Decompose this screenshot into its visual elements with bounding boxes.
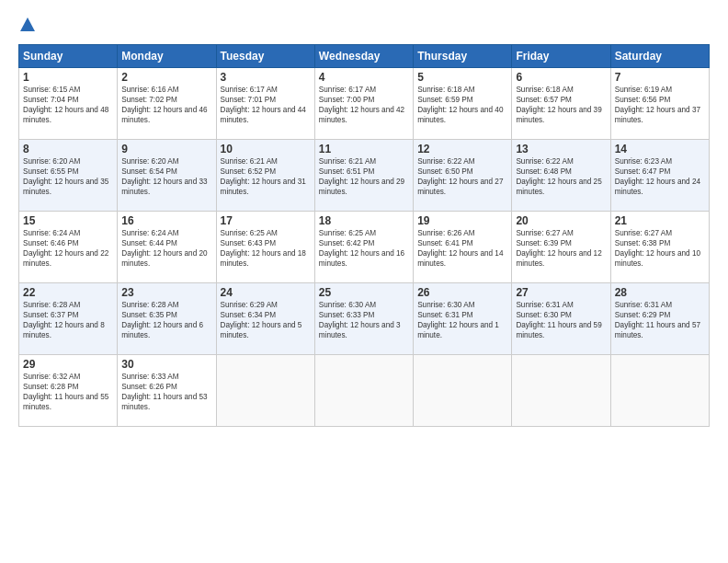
cell-text: Sunrise: 6:24 AMSunset: 6:46 PMDaylight:…: [23, 229, 108, 268]
calendar-cell: [314, 355, 413, 427]
calendar-header-row: SundayMondayTuesdayWednesdayThursdayFrid…: [19, 45, 710, 68]
day-number: 24: [221, 286, 311, 299]
calendar-week-3: 15Sunrise: 6:24 AMSunset: 6:46 PMDayligh…: [19, 212, 710, 283]
calendar-cell: 20Sunrise: 6:27 AMSunset: 6:39 PMDayligh…: [512, 212, 610, 283]
day-number: 14: [615, 143, 705, 155]
day-number: 10: [221, 143, 311, 155]
calendar-cell: 26Sunrise: 6:30 AMSunset: 6:31 PMDayligh…: [414, 283, 512, 355]
calendar-cell: 25Sunrise: 6:30 AMSunset: 6:33 PMDayligh…: [314, 283, 413, 355]
page: SundayMondayTuesdayWednesdayThursdayFrid…: [0, 0, 728, 436]
calendar-cell: 6Sunrise: 6:18 AMSunset: 6:57 PMDaylight…: [512, 68, 610, 140]
calendar-cell: [414, 355, 512, 427]
day-number: 9: [121, 143, 211, 155]
calendar-cell: 1Sunrise: 6:15 AMSunset: 7:04 PMDaylight…: [19, 68, 118, 140]
calendar-cell: 24Sunrise: 6:29 AMSunset: 6:34 PMDayligh…: [216, 283, 314, 355]
cell-text: Sunrise: 6:25 AMSunset: 6:43 PMDaylight:…: [221, 229, 306, 268]
cell-text: Sunrise: 6:27 AMSunset: 6:39 PMDaylight:…: [516, 229, 601, 268]
day-number: 23: [121, 286, 211, 299]
day-number: 3: [221, 71, 311, 84]
calendar-cell: 19Sunrise: 6:26 AMSunset: 6:41 PMDayligh…: [414, 212, 512, 283]
cell-text: Sunrise: 6:32 AMSunset: 6:28 PMDaylight:…: [23, 373, 108, 411]
cell-text: Sunrise: 6:18 AMSunset: 6:57 PMDaylight:…: [516, 86, 601, 124]
calendar-cell: 8Sunrise: 6:20 AMSunset: 6:55 PMDaylight…: [19, 140, 118, 212]
cell-text: Sunrise: 6:29 AMSunset: 6:34 PMDaylight:…: [221, 301, 302, 339]
cell-text: Sunrise: 6:21 AMSunset: 6:51 PMDaylight:…: [319, 157, 404, 196]
calendar-cell: 23Sunrise: 6:28 AMSunset: 6:35 PMDayligh…: [118, 283, 216, 355]
calendar-cell: 7Sunrise: 6:19 AMSunset: 6:56 PMDaylight…: [610, 68, 709, 140]
calendar-header-saturday: Saturday: [610, 45, 709, 68]
day-number: 15: [23, 214, 113, 227]
logo-triangle-icon: [19, 17, 36, 33]
calendar-header-friday: Friday: [512, 45, 610, 68]
cell-text: Sunrise: 6:31 AMSunset: 6:29 PMDaylight:…: [615, 301, 700, 339]
logo: [18, 17, 37, 33]
calendar-header-sunday: Sunday: [19, 45, 118, 68]
calendar-week-4: 22Sunrise: 6:28 AMSunset: 6:37 PMDayligh…: [19, 283, 710, 355]
cell-text: Sunrise: 6:30 AMSunset: 6:31 PMDaylight:…: [417, 301, 499, 339]
day-number: 26: [417, 286, 507, 299]
calendar-week-2: 8Sunrise: 6:20 AMSunset: 6:55 PMDaylight…: [19, 140, 710, 212]
calendar-cell: 18Sunrise: 6:25 AMSunset: 6:42 PMDayligh…: [314, 212, 413, 283]
calendar-cell: [610, 355, 709, 427]
calendar-cell: 14Sunrise: 6:23 AMSunset: 6:47 PMDayligh…: [610, 140, 709, 212]
calendar-cell: 2Sunrise: 6:16 AMSunset: 7:02 PMDaylight…: [118, 68, 216, 140]
calendar-header-monday: Monday: [118, 45, 216, 68]
day-number: 5: [417, 71, 507, 84]
day-number: 22: [23, 286, 113, 299]
calendar-table: SundayMondayTuesdayWednesdayThursdayFrid…: [18, 44, 710, 427]
cell-text: Sunrise: 6:21 AMSunset: 6:52 PMDaylight:…: [221, 157, 306, 196]
day-number: 6: [516, 71, 606, 84]
day-number: 19: [417, 214, 507, 227]
cell-text: Sunrise: 6:17 AMSunset: 7:00 PMDaylight:…: [319, 86, 404, 124]
calendar-cell: 3Sunrise: 6:17 AMSunset: 7:01 PMDaylight…: [216, 68, 314, 140]
day-number: 8: [23, 143, 113, 155]
cell-text: Sunrise: 6:22 AMSunset: 6:50 PMDaylight:…: [417, 157, 503, 196]
calendar-header-thursday: Thursday: [414, 45, 512, 68]
day-number: 12: [417, 143, 507, 155]
cell-text: Sunrise: 6:20 AMSunset: 6:55 PMDaylight:…: [23, 157, 108, 196]
calendar-week-1: 1Sunrise: 6:15 AMSunset: 7:04 PMDaylight…: [19, 68, 710, 140]
day-number: 2: [121, 71, 211, 84]
calendar-cell: 29Sunrise: 6:32 AMSunset: 6:28 PMDayligh…: [19, 355, 118, 427]
calendar-cell: 22Sunrise: 6:28 AMSunset: 6:37 PMDayligh…: [19, 283, 118, 355]
calendar-cell: 21Sunrise: 6:27 AMSunset: 6:38 PMDayligh…: [610, 212, 709, 283]
calendar-cell: 13Sunrise: 6:22 AMSunset: 6:48 PMDayligh…: [512, 140, 610, 212]
day-number: 27: [516, 286, 606, 299]
calendar-cell: 16Sunrise: 6:24 AMSunset: 6:44 PMDayligh…: [118, 212, 216, 283]
cell-text: Sunrise: 6:31 AMSunset: 6:30 PMDaylight:…: [516, 301, 601, 339]
calendar-cell: 28Sunrise: 6:31 AMSunset: 6:29 PMDayligh…: [610, 283, 709, 355]
day-number: 30: [121, 358, 211, 371]
cell-text: Sunrise: 6:28 AMSunset: 6:37 PMDaylight:…: [23, 301, 105, 339]
day-number: 21: [615, 214, 705, 227]
calendar-cell: 5Sunrise: 6:18 AMSunset: 6:59 PMDaylight…: [414, 68, 512, 140]
cell-text: Sunrise: 6:26 AMSunset: 6:41 PMDaylight:…: [417, 229, 503, 268]
day-number: 11: [319, 143, 409, 155]
cell-text: Sunrise: 6:24 AMSunset: 6:44 PMDaylight:…: [121, 229, 207, 268]
cell-text: Sunrise: 6:27 AMSunset: 6:38 PMDaylight:…: [615, 229, 700, 268]
calendar-header-wednesday: Wednesday: [314, 45, 413, 68]
day-number: 7: [615, 71, 705, 84]
day-number: 16: [121, 214, 211, 227]
calendar-cell: 10Sunrise: 6:21 AMSunset: 6:52 PMDayligh…: [216, 140, 314, 212]
calendar-cell: 27Sunrise: 6:31 AMSunset: 6:30 PMDayligh…: [512, 283, 610, 355]
calendar-week-5: 29Sunrise: 6:32 AMSunset: 6:28 PMDayligh…: [19, 355, 710, 427]
day-number: 13: [516, 143, 606, 155]
calendar-cell: 11Sunrise: 6:21 AMSunset: 6:51 PMDayligh…: [314, 140, 413, 212]
calendar-cell: 12Sunrise: 6:22 AMSunset: 6:50 PMDayligh…: [414, 140, 512, 212]
calendar-cell: [512, 355, 610, 427]
cell-text: Sunrise: 6:16 AMSunset: 7:02 PMDaylight:…: [121, 86, 207, 124]
day-number: 20: [516, 214, 606, 227]
cell-text: Sunrise: 6:25 AMSunset: 6:42 PMDaylight:…: [319, 229, 404, 268]
header-area: [18, 17, 710, 33]
cell-text: Sunrise: 6:33 AMSunset: 6:26 PMDaylight:…: [121, 373, 207, 411]
cell-text: Sunrise: 6:15 AMSunset: 7:04 PMDaylight:…: [23, 86, 108, 124]
day-number: 18: [319, 214, 409, 227]
day-number: 1: [23, 71, 113, 84]
calendar-cell: [216, 355, 314, 427]
cell-text: Sunrise: 6:20 AMSunset: 6:54 PMDaylight:…: [121, 157, 207, 196]
cell-text: Sunrise: 6:28 AMSunset: 6:35 PMDaylight:…: [121, 301, 203, 339]
cell-text: Sunrise: 6:30 AMSunset: 6:33 PMDaylight:…: [319, 301, 401, 339]
cell-text: Sunrise: 6:18 AMSunset: 6:59 PMDaylight:…: [417, 86, 503, 124]
svg-marker-0: [20, 17, 35, 31]
day-number: 25: [319, 286, 409, 299]
